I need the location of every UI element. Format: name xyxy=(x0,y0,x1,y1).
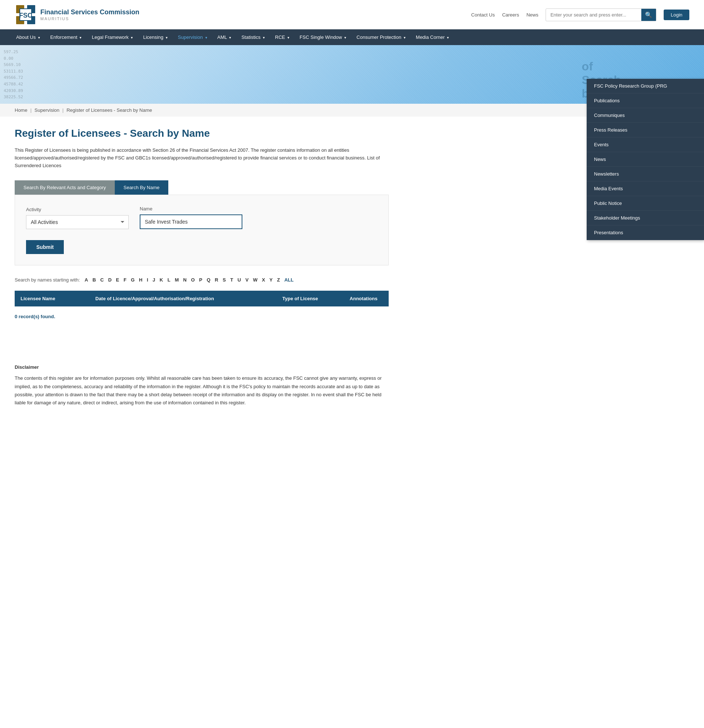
top-links: Contact Us Careers News xyxy=(471,12,538,17)
main-content: Register of Licensees - Search by Name T… xyxy=(0,117,403,341)
login-button[interactable]: Login xyxy=(664,10,690,20)
drop-events[interactable]: Events xyxy=(587,137,704,152)
page-title: Register of Licensees - Search by Name xyxy=(14,127,389,139)
alpha-H[interactable]: H xyxy=(138,276,143,283)
records-found: 0 record(s) found. xyxy=(14,314,389,319)
alpha-B[interactable]: B xyxy=(91,276,97,283)
search-input[interactable] xyxy=(546,10,641,20)
search-bar: 🔍 xyxy=(546,9,656,21)
drop-stakeholder-meetings[interactable]: Stakeholder Meetings xyxy=(587,211,704,225)
disclaimer: Disclaimer The contents of this register… xyxy=(0,356,403,421)
breadcrumb-sep-2: | xyxy=(62,107,64,113)
nav-media-corner[interactable]: Media Corner ▾ xyxy=(411,29,454,45)
arrow-legal: ▾ xyxy=(131,36,133,40)
arrow-statistics: ▾ xyxy=(263,36,265,40)
arrow-aml: ▾ xyxy=(229,36,231,40)
alpha-Y[interactable]: Y xyxy=(268,276,274,283)
nav-enforcement[interactable]: Enforcement ▾ xyxy=(45,29,87,45)
intro-text: This Register of Licensees is being publ… xyxy=(14,147,389,169)
nav-fsc-single-window[interactable]: FSC Single Window ▾ xyxy=(295,29,351,45)
form-row: Activity All Activities Name xyxy=(26,206,377,229)
alpha-N[interactable]: N xyxy=(182,276,188,283)
results-table: Licensee Name Date of Licence/Approval/A… xyxy=(14,291,389,306)
drop-publications[interactable]: Publications xyxy=(587,94,704,108)
tab-acts[interactable]: Search By Relevant Acts and Category xyxy=(14,181,115,195)
arrow-rce: ▾ xyxy=(288,36,289,40)
alpha-T[interactable]: T xyxy=(229,276,234,283)
alpha-A[interactable]: A xyxy=(84,276,89,283)
alpha-R[interactable]: R xyxy=(214,276,219,283)
org-name: Financial Services Commission xyxy=(40,9,139,16)
alpha-Q[interactable]: Q xyxy=(206,276,211,283)
alpha-E[interactable]: E xyxy=(115,276,120,283)
submit-button[interactable]: Submit xyxy=(26,240,64,254)
drop-public-notice[interactable]: Public Notice xyxy=(587,196,704,211)
name-group: Name xyxy=(140,206,242,229)
logo-text: Financial Services Commission MAURITIUS xyxy=(40,9,139,21)
drop-media-events[interactable]: Media Events xyxy=(587,182,704,196)
alpha-Z[interactable]: Z xyxy=(276,276,281,283)
hero-numbers: 597.250.005669.1053111.8349566.7245788.4… xyxy=(4,49,23,104)
arrow-fscsw: ▾ xyxy=(344,36,346,40)
alpha-D[interactable]: D xyxy=(107,276,113,283)
alpha-C[interactable]: C xyxy=(99,276,105,283)
main-nav: About Us ▾ Enforcement ▾ Legal Framework… xyxy=(0,29,704,45)
drop-news[interactable]: News xyxy=(587,152,704,167)
breadcrumb-supervision[interactable]: Supervision xyxy=(35,107,59,113)
disclaimer-text: The contents of this register are for in… xyxy=(14,374,389,406)
activity-select[interactable]: All Activities xyxy=(26,215,129,229)
drop-prg[interactable]: FSC Policy Research Group (PRG xyxy=(587,79,704,94)
nav-licensing[interactable]: Licensing ▾ xyxy=(138,29,173,45)
breadcrumb-sep-1: | xyxy=(30,107,32,113)
alpha-X[interactable]: X xyxy=(261,276,266,283)
alpha-ALL[interactable]: ALL xyxy=(283,276,295,283)
nav-legal-framework[interactable]: Legal Framework ▾ xyxy=(87,29,138,45)
breadcrumb-current: Register of Licensees - Search by Name xyxy=(66,107,152,113)
disclaimer-title: Disclaimer xyxy=(14,363,389,371)
alpha-M[interactable]: M xyxy=(174,276,180,283)
alpha-U[interactable]: U xyxy=(237,276,242,283)
alpha-S[interactable]: S xyxy=(221,276,227,283)
arrow-enforcement: ▾ xyxy=(80,36,81,40)
arrow-supervision: ▾ xyxy=(205,36,207,40)
news-top-link[interactable]: News xyxy=(526,12,539,17)
alpha-F[interactable]: F xyxy=(123,276,127,283)
name-label: Name xyxy=(140,206,242,211)
logo-area: FSC Financial Services Commission MAURIT… xyxy=(14,4,139,26)
alpha-label: Search by names starting with: xyxy=(14,277,80,283)
careers-link[interactable]: Careers xyxy=(502,12,519,17)
drop-press-releases[interactable]: Press Releases xyxy=(587,123,704,137)
arrow-licensing: ▾ xyxy=(166,36,168,40)
search-form-area: Activity All Activities Name Submit xyxy=(14,195,389,266)
org-sub: MAURITIUS xyxy=(40,16,139,21)
search-button[interactable]: 🔍 xyxy=(641,9,656,21)
table-header-row: Licensee Name Date of Licence/Approval/A… xyxy=(14,291,389,306)
contact-us-link[interactable]: Contact Us xyxy=(471,12,494,17)
alpha-G[interactable]: G xyxy=(130,276,136,283)
nav-supervision[interactable]: Supervision ▾ xyxy=(173,29,212,45)
media-corner-dropdown: FSC Policy Research Group (PRG Publicati… xyxy=(587,79,704,240)
nav-aml[interactable]: AML ▾ xyxy=(212,29,237,45)
alpha-O[interactable]: O xyxy=(190,276,196,283)
drop-newsletters[interactable]: Newsletters xyxy=(587,167,704,182)
nav-statistics[interactable]: Statistics ▾ xyxy=(236,29,270,45)
alpha-V[interactable]: V xyxy=(244,276,250,283)
search-tabs: Search By Relevant Acts and Category Sea… xyxy=(14,181,389,195)
tab-name[interactable]: Search By Name xyxy=(115,181,168,195)
alpha-K[interactable]: K xyxy=(158,276,164,283)
drop-communiques[interactable]: Communiques xyxy=(587,108,704,123)
alpha-I[interactable]: I xyxy=(146,276,149,283)
breadcrumb-home[interactable]: Home xyxy=(14,107,27,113)
alpha-L[interactable]: L xyxy=(166,276,172,283)
alpha-P[interactable]: P xyxy=(198,276,204,283)
col-type-license: Type of License xyxy=(276,291,344,306)
nav-about-us[interactable]: About Us ▾ xyxy=(11,29,45,45)
fsc-logo: FSC xyxy=(14,4,37,26)
nav-rce[interactable]: RCE ▾ xyxy=(270,29,295,45)
drop-presentations[interactable]: Presentations xyxy=(587,225,704,240)
name-input[interactable] xyxy=(140,214,242,229)
alpha-W[interactable]: W xyxy=(252,276,259,283)
alpha-J[interactable]: J xyxy=(152,276,156,283)
activity-group: Activity All Activities xyxy=(26,207,129,229)
nav-consumer-protection[interactable]: Consumer Protection ▾ xyxy=(351,29,411,45)
